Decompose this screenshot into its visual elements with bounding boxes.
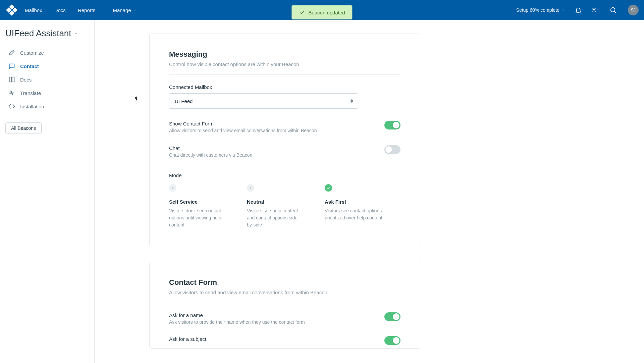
mode-title: Neutral (247, 199, 305, 205)
sidebar-item-label: Installation (20, 104, 44, 109)
contact-form-card: Contact Form Allow visitors to send and … (149, 262, 420, 349)
setup-progress-label: Setup 60% complete (516, 7, 559, 13)
contact-form-sub: Allow visitors to send and view email co… (169, 290, 400, 295)
nav-label: Manage (113, 7, 131, 13)
search-button[interactable] (609, 6, 617, 14)
chevron-down-icon (561, 8, 565, 12)
nav-docs[interactable]: Docs (54, 7, 66, 13)
chat-toggle[interactable] (384, 145, 400, 154)
mode-title: Ask First (325, 199, 383, 205)
translate-icon (8, 89, 15, 97)
show-contact-desc: Allow visitors to send and view email co… (169, 128, 317, 133)
nav-manage[interactable]: Manage (113, 7, 136, 13)
sidebar-item-docs[interactable]: Docs (5, 73, 89, 86)
toast-beacon-updated: Beacon updated (291, 5, 352, 19)
brush-icon (8, 49, 15, 56)
divider (169, 74, 400, 75)
select-sort-icon (351, 99, 353, 103)
ask-name-toggle[interactable] (384, 312, 400, 321)
bell-icon (575, 6, 582, 14)
avatar-initials: SJ (631, 8, 636, 12)
connected-mailbox-value: UI Feed (175, 98, 193, 104)
code-icon (8, 103, 15, 110)
divider (169, 303, 400, 303)
svg-point-1 (593, 9, 595, 10)
search-icon (609, 6, 617, 14)
nav-mailbox[interactable]: Mailbox (25, 7, 42, 13)
chevron-down-icon (598, 8, 600, 12)
nav-label: Mailbox (25, 7, 42, 13)
mode-ask-first[interactable]: Ask First Visitors see contact options p… (325, 184, 383, 228)
notifications-button[interactable] (574, 6, 582, 14)
setup-progress[interactable]: Setup 60% complete (516, 7, 565, 13)
sidebar-item-label: Translate (20, 90, 41, 96)
beacon-switcher[interactable]: UIFeed Assistant (5, 28, 89, 39)
chevron-down-icon (74, 32, 77, 35)
all-beacons-label: All Beacons (11, 125, 36, 131)
main-content: Messaging Control how visible contact op… (95, 20, 475, 363)
sidebar-item-label: Docs (20, 77, 32, 83)
mode-title: Self Service (169, 199, 227, 205)
mode-self-service[interactable]: Self Service Visitors don't see contact … (169, 184, 227, 228)
radio-off-icon (169, 184, 176, 192)
toast-message: Beacon updated (308, 10, 345, 15)
ask-name-title: Ask for a name (169, 312, 305, 318)
ask-subject-toggle[interactable] (384, 336, 400, 345)
mode-desc: Visitors don't see contact options until… (169, 207, 227, 228)
chevron-down-icon (97, 8, 101, 12)
nav-label: Docs (54, 7, 66, 13)
radio-on-icon (325, 184, 332, 192)
sidebar-item-label: Customize (20, 50, 44, 56)
connected-mailbox-label: Connected Mailbox (169, 84, 400, 90)
nav-reports[interactable]: Reports (78, 7, 101, 13)
sidebar-item-customize[interactable]: Customize (5, 46, 89, 59)
book-icon (8, 76, 15, 83)
check-icon (299, 9, 305, 15)
show-contact-toggle[interactable] (384, 121, 400, 129)
logo-icon[interactable] (6, 4, 18, 16)
radio-off-icon (247, 184, 254, 192)
all-beacons-button[interactable]: All Beacons (5, 122, 42, 134)
sidebar-item-translate[interactable]: Translate (5, 86, 89, 100)
messaging-heading: Messaging (169, 50, 400, 59)
sidebar-item-installation[interactable]: Installation (5, 100, 89, 113)
people-menu[interactable] (592, 6, 600, 14)
sidebar-item-contact[interactable]: Contact (5, 59, 89, 73)
chat-icon (8, 62, 15, 70)
mode-neutral[interactable]: Neutral Visitors see help content and co… (247, 184, 305, 228)
person-circle-icon (592, 6, 596, 14)
mode-desc: Visitors see contact options prioritized… (325, 207, 383, 221)
messaging-card: Messaging Control how visible contact op… (149, 34, 420, 246)
chat-desc: Chat directly with customers via Beacon (169, 152, 252, 158)
avatar[interactable]: SJ (628, 5, 639, 15)
nav-label: Reports (78, 7, 96, 13)
show-contact-title: Show Contact Form (169, 121, 317, 126)
ask-subject-title: Ask for a subject (169, 336, 206, 342)
svg-line-3 (614, 11, 616, 13)
messaging-sub: Control how visible contact options are … (169, 61, 400, 67)
connected-mailbox-select[interactable]: UI Feed (169, 93, 358, 109)
sidebar: UIFeed Assistant Customize Contact Docs … (0, 20, 95, 363)
mode-label: Mode (169, 172, 400, 178)
chevron-down-icon (133, 8, 137, 12)
preview-pane (475, 20, 644, 363)
beacon-title: UIFeed Assistant (5, 28, 71, 39)
contact-form-heading: Contact Form (169, 278, 400, 287)
ask-name-desc: Ask visitors to provide their name when … (169, 319, 305, 325)
sidebar-item-label: Contact (20, 63, 39, 69)
chat-title: Chat (169, 145, 252, 151)
mode-desc: Visitors see help content and contact op… (247, 207, 305, 228)
